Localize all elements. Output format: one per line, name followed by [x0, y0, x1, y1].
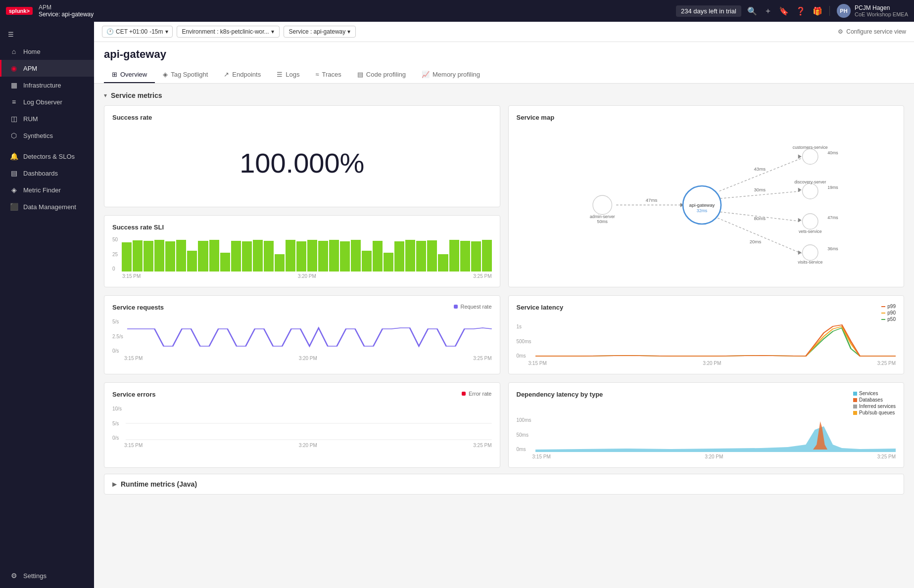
svg-line-4	[720, 191, 802, 199]
main-content: 🕐 CET +01:00 -15m ▾ Environment : k8s-pe…	[94, 22, 914, 588]
sidebar-item-label: Settings	[23, 572, 47, 580]
p99-legend-dot	[881, 306, 885, 307]
user-name: PCJM Hagen CoE Workshop EMEA	[855, 4, 908, 17]
tab-code-profiling[interactable]: ▤ Code profiling	[349, 67, 414, 83]
sidebar-item-label: Dashboards	[23, 170, 58, 177]
sli-bar	[460, 241, 470, 271]
svg-point-24	[802, 183, 818, 199]
sli-bar	[449, 240, 459, 271]
sidebar-item-dashboards[interactable]: ▤ Dashboards	[0, 165, 94, 181]
sidebar-item-metric-finder[interactable]: ◈ Metric Finder	[0, 181, 94, 198]
log-icon: ≡	[9, 98, 18, 106]
success-rate-sli-card: Success rate SLI 50 25 0 3:15 PM 3:20 PM	[104, 215, 500, 287]
synthetics-icon: ⬡	[9, 132, 18, 139]
sli-title: Success rate SLI	[112, 224, 492, 231]
success-rate-value: 100.000%	[112, 127, 492, 199]
time-value: -15m	[149, 28, 163, 35]
bookmark-icon[interactable]: 🔖	[779, 6, 789, 16]
dep-y-3: 0ms	[517, 447, 531, 452]
err-x-3: 3:25 PM	[473, 443, 491, 448]
plus-icon[interactable]: ＋	[764, 6, 772, 16]
section-title: Service metrics	[111, 91, 162, 99]
logs-icon: ☰	[277, 71, 283, 78]
dep-latency-chart-svg	[535, 417, 896, 452]
service-map-title: Service map	[517, 114, 896, 121]
lat-x-2: 3:20 PM	[703, 361, 721, 366]
req-x-1: 3:15 PM	[124, 356, 143, 361]
environment-selector[interactable]: Environment : k8s-petclinic-wor... ▾	[177, 26, 280, 38]
section-collapse-icon[interactable]: ▾	[104, 92, 107, 99]
time-selector[interactable]: 🕐 CET +01:00 -15m ▾	[102, 26, 173, 38]
sidebar-item-data-management[interactable]: ⬛ Data Management	[0, 198, 94, 215]
sli-bar	[198, 241, 208, 271]
dependency-latency-card: Dependency latency by type Services Data…	[508, 382, 905, 468]
help-icon[interactable]: ❓	[796, 6, 806, 16]
latency-chart-svg	[535, 324, 896, 359]
lat-y-3: 0ms	[517, 353, 531, 359]
gift-icon[interactable]: 🎁	[813, 6, 822, 16]
brand: splunk>	[6, 7, 33, 15]
sidebar-item-synthetics[interactable]: ⬡ Synthetics	[0, 127, 94, 144]
configure-service-button[interactable]: ⚙ Configure service view	[838, 28, 906, 35]
svg-text:40ms: 40ms	[827, 150, 838, 155]
databases-legend-dot	[853, 398, 857, 402]
success-rate-title: Success rate	[112, 114, 492, 121]
sidebar-item-log-observer[interactable]: ≡ Log Observer	[0, 93, 94, 110]
service-latency-card: Service latency p99 p90 p50 1s 500ms 0ms	[508, 295, 905, 374]
sidebar-item-detectors[interactable]: 🔔 Detectors & SLOs	[0, 148, 94, 165]
sidebar-item-apm[interactable]: ◉ APM	[0, 60, 94, 77]
sli-bar	[394, 241, 404, 271]
sli-bar	[296, 241, 306, 271]
svg-text:api-gateway: api-gateway	[689, 202, 715, 208]
sli-bar	[340, 241, 350, 271]
sidebar-item-home[interactable]: ⌂ Home	[0, 43, 94, 60]
sidebar-item-infrastructure[interactable]: ▦ Infrastructure	[0, 77, 94, 93]
sidebar-item-label: Home	[23, 48, 41, 55]
sli-bar	[209, 240, 219, 271]
topbar-icons: 🔍 ＋ 🔖 ❓ 🎁 PH PCJM Hagen CoE Workshop EME…	[747, 4, 908, 18]
request-rate-legend-label: Request rate	[461, 304, 492, 310]
inferred-legend-dot	[853, 405, 857, 408]
dep-latency-title: Dependency latency by type	[517, 391, 603, 398]
sli-y-25: 25	[112, 252, 118, 257]
sli-bar	[373, 241, 383, 271]
tab-logs[interactable]: ☰ Logs	[269, 67, 307, 83]
errors-title: Service errors	[112, 391, 155, 398]
sli-bar	[471, 241, 481, 271]
sidebar-item-settings[interactable]: ⚙ Settings	[0, 567, 94, 584]
sli-bar	[220, 253, 230, 272]
lat-y-2: 500ms	[517, 339, 531, 344]
service-name: Service: api-gateway	[39, 11, 94, 18]
svg-text:visits-service: visits-service	[798, 260, 822, 265]
rum-icon: ◫	[9, 115, 18, 123]
latency-legend: p99 p90 p50	[881, 304, 896, 322]
tab-traces[interactable]: ≈ Traces	[307, 67, 349, 83]
lat-y-1: 1s	[517, 324, 531, 329]
service-map-card: Service map 47ms 43ms 30ms	[508, 105, 905, 287]
pubsub-legend-label: Pub/sub queues	[859, 410, 895, 415]
err-y-2: 5/s	[112, 421, 122, 426]
user-role: CoE Workshop EMEA	[855, 11, 908, 17]
configure-label: Configure service view	[846, 28, 906, 35]
tab-endpoints[interactable]: ↗ Endpoints	[216, 67, 269, 83]
sli-bar	[275, 254, 285, 271]
home-icon: ⌂	[9, 47, 18, 55]
sidebar-item-rum[interactable]: ◫ RUM	[0, 110, 94, 127]
hamburger-icon[interactable]: ☰	[0, 26, 94, 43]
search-icon[interactable]: 🔍	[747, 6, 757, 16]
tab-overview[interactable]: ⊞ Overview	[104, 67, 155, 83]
sli-bar	[362, 251, 372, 271]
req-y-3: 0/s	[112, 348, 123, 354]
tab-memory-profiling[interactable]: 📈 Memory profiling	[414, 67, 488, 83]
req-y-1: 5/s	[112, 319, 123, 324]
clock-icon: 🕐	[106, 28, 114, 35]
service-selector[interactable]: Service : api-gateway ▾	[284, 26, 356, 38]
svg-marker-13	[798, 250, 801, 255]
runtime-metrics-row[interactable]: ▶ Runtime metrics (Java)	[104, 474, 904, 495]
tab-tag-spotlight[interactable]: ◈ Tag Spotlight	[155, 67, 216, 83]
svg-marker-10	[798, 154, 801, 159]
inferred-legend-label: Inferred services	[859, 404, 896, 409]
tabs: ⊞ Overview ◈ Tag Spotlight ↗ Endpoints ☰…	[104, 67, 904, 83]
requests-title: Service requests	[112, 304, 164, 311]
sli-bar	[122, 242, 132, 272]
